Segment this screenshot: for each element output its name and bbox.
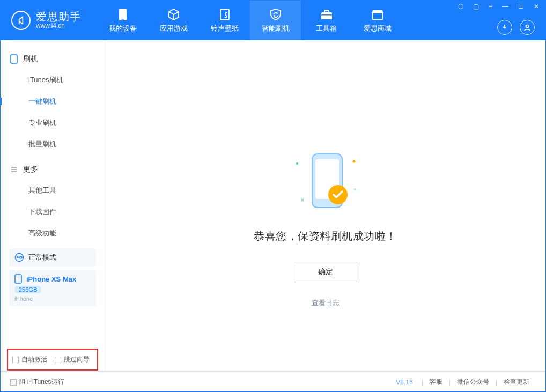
maximize-button[interactable]: ☐ [516, 2, 526, 11]
svg-rect-4 [324, 10, 329, 12]
sidebar-item-batch-flash[interactable]: 批量刷机 [1, 134, 105, 155]
device-icon [14, 274, 22, 284]
device-type: iPhone [14, 295, 33, 302]
download-icon[interactable] [497, 20, 512, 35]
tab-label: 智能刷机 [262, 24, 290, 33]
refresh-shield-icon [269, 8, 283, 21]
store-icon [371, 8, 385, 21]
checkbox-label: 自动激活 [21, 355, 47, 364]
checkbox-block-itunes[interactable]: 阻止iTunes运行 [10, 378, 64, 387]
svg-rect-12 [15, 275, 21, 283]
success-illustration [285, 147, 366, 217]
sidebar-item-advanced[interactable]: 高级功能 [1, 223, 105, 244]
sidebar: 刷机 iTunes刷机 一键刷机 专业刷机 批量刷机 更多 其他工具 下载固件 … [1, 40, 105, 371]
minimize-button[interactable]: — [500, 2, 511, 11]
checkbox-skip-guide[interactable]: 跳过向导 [55, 355, 90, 364]
mode-card-normal[interactable]: 正常模式 [9, 248, 96, 267]
cube-icon [167, 8, 181, 21]
device-name: iPhone XS Max [26, 275, 76, 283]
footer-link-update[interactable]: 检查更新 [497, 378, 536, 387]
tab-label: 铃声壁纸 [211, 24, 239, 33]
success-title: 恭喜您，保资料刷机成功啦！ [254, 229, 397, 243]
footer-link-support[interactable]: 客服 [423, 378, 449, 387]
tshirt-icon[interactable]: ⬡ [456, 2, 466, 11]
svg-point-15 [354, 188, 356, 190]
success-hero: 恭喜您，保资料刷机成功啦！ 确定 查看日志 [254, 147, 397, 308]
mode-label: 正常模式 [28, 253, 56, 262]
phone-icon [118, 8, 128, 21]
svg-rect-8 [11, 55, 17, 63]
svg-rect-3 [321, 12, 332, 19]
tab-label: 爱思商城 [364, 24, 392, 33]
logo: 爱思助手 www.i4.cn [1, 11, 97, 30]
version-label: V8.16 [396, 379, 412, 386]
svg-point-7 [526, 25, 529, 28]
svg-rect-0 [119, 9, 127, 20]
tab-toolbox[interactable]: 工具箱 [301, 1, 352, 40]
app-url: www.i4.cn [36, 23, 81, 29]
sidebar-section-flash: 刷机 [1, 52, 105, 69]
sidebar-item-download-firmware[interactable]: 下载固件 [1, 201, 105, 223]
app-name: 爱思助手 [36, 11, 81, 23]
titlebar: 爱思助手 www.i4.cn 我的设备 应用游戏 铃声壁纸 智能刷机 工具箱 爱… [1, 1, 545, 40]
tab-flash[interactable]: 智能刷机 [250, 1, 301, 40]
main-tabs: 我的设备 应用游戏 铃声壁纸 智能刷机 工具箱 爱思商城 [97, 1, 403, 40]
footer: 阻止iTunes运行 V8.16 | 客服 | 微信公众号 | 检查更新 [1, 371, 545, 392]
body: 刷机 iTunes刷机 一键刷机 专业刷机 批量刷机 更多 其他工具 下载固件 … [1, 40, 545, 371]
tab-label: 我的设备 [109, 24, 137, 33]
menu-icon[interactable]: ≡ [486, 2, 495, 11]
footer-link-wechat[interactable]: 微信公众号 [451, 378, 496, 387]
svg-point-14 [352, 160, 355, 163]
device-card[interactable]: iPhone XS Max 256GB iPhone [9, 270, 96, 306]
tab-store[interactable]: 爱思商城 [352, 1, 403, 40]
box-icon[interactable]: ▢ [471, 2, 481, 11]
tab-label: 应用游戏 [160, 24, 188, 33]
sidebar-item-oneclick-flash[interactable]: 一键刷机 [1, 91, 105, 112]
close-button[interactable]: ✕ [532, 2, 541, 11]
svg-point-13 [296, 162, 298, 165]
checkbox-label: 阻止iTunes运行 [19, 378, 64, 387]
svg-rect-1 [121, 19, 124, 20]
main-content: 恭喜您，保资料刷机成功啦！ 确定 查看日志 [105, 40, 545, 371]
sync-icon [14, 253, 24, 262]
view-log-link[interactable]: 查看日志 [312, 298, 340, 308]
titlebar-right-icons [497, 20, 535, 35]
device-cards: 正常模式 iPhone XS Max 256GB iPhone [9, 245, 96, 306]
highlight-box: 自动激活 跳过向导 [7, 349, 98, 371]
svg-point-10 [17, 256, 19, 258]
phone-outline-icon [10, 54, 18, 64]
svg-rect-2 [220, 9, 229, 20]
tab-apps[interactable]: 应用游戏 [148, 1, 199, 40]
sidebar-item-pro-flash[interactable]: 专业刷机 [1, 112, 105, 134]
toolbox-icon [320, 8, 334, 21]
window-controls: ⬡ ▢ ≡ — ☐ ✕ [456, 2, 541, 11]
tab-label: 工具箱 [316, 24, 337, 33]
ok-button[interactable]: 确定 [294, 262, 357, 282]
device-storage: 256GB [14, 286, 41, 293]
section-title: 刷机 [23, 54, 38, 64]
music-file-icon [219, 8, 231, 21]
user-icon[interactable] [520, 20, 535, 35]
svg-point-11 [20, 256, 22, 258]
sidebar-item-other-tools[interactable]: 其他工具 [1, 180, 105, 201]
sidebar-item-itunes-flash[interactable]: iTunes刷机 [1, 69, 105, 91]
logo-icon [11, 11, 31, 30]
checkbox-label: 跳过向导 [64, 355, 90, 364]
checkbox-auto-activate[interactable]: 自动激活 [12, 355, 47, 364]
tab-ringtones[interactable]: 铃声壁纸 [199, 1, 250, 40]
sidebar-section-more: 更多 [1, 162, 105, 180]
svg-rect-5 [321, 14, 332, 16]
list-icon [10, 166, 18, 173]
svg-rect-6 [373, 13, 382, 19]
tab-my-device[interactable]: 我的设备 [97, 1, 148, 40]
section-title: 更多 [23, 165, 38, 174]
